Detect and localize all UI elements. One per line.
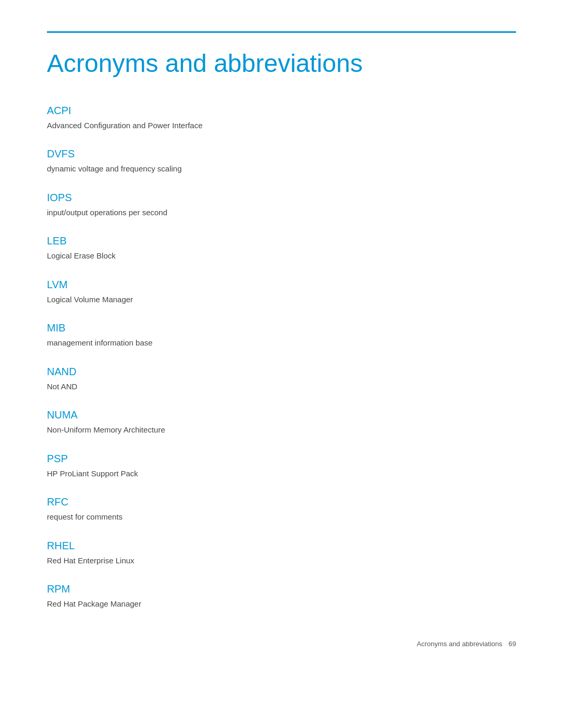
acronym-section: PSPHP ProLiant Support Pack: [47, 453, 516, 480]
acronym-section: MIBmanagement information base: [47, 322, 516, 349]
acronym-section: DVFSdynamic voltage and frequency scalin…: [47, 148, 516, 175]
acronym-definition: management information base: [47, 337, 516, 349]
acronym-section: RHELRed Hat Enterprise Linux: [47, 540, 516, 567]
footer-section-label: Acronyms and abbreviations: [417, 640, 503, 648]
acronym-term: NAND: [47, 366, 516, 378]
acronym-term: LEB: [47, 235, 516, 247]
acronym-definition: Red Hat Package Manager: [47, 598, 516, 610]
acronym-term: RFC: [47, 496, 516, 508]
acronym-term: NUMA: [47, 409, 516, 421]
acronym-section: NUMANon-Uniform Memory Architecture: [47, 409, 516, 436]
acronym-definition: HP ProLiant Support Pack: [47, 468, 516, 480]
top-border-decoration: [47, 31, 516, 33]
acronyms-list: ACPIAdvanced Configuration and Power Int…: [47, 105, 516, 610]
acronym-term: ACPI: [47, 105, 516, 117]
page-container: Acronyms and abbreviations ACPIAdvanced …: [0, 0, 563, 669]
acronym-section: ACPIAdvanced Configuration and Power Int…: [47, 105, 516, 132]
acronym-term: RPM: [47, 583, 516, 595]
acronym-term: IOPS: [47, 192, 516, 204]
acronym-section: NANDNot AND: [47, 366, 516, 393]
acronym-definition: Logical Erase Block: [47, 250, 516, 262]
page-title: Acronyms and abbreviations: [47, 48, 516, 79]
page-footer: Acronyms and abbreviations 69: [417, 640, 517, 648]
acronym-term: LVM: [47, 279, 516, 291]
footer-page-number: 69: [509, 640, 516, 648]
acronym-section: IOPSinput/output operations per second: [47, 192, 516, 219]
acronym-definition: Non-Uniform Memory Architecture: [47, 424, 516, 436]
acronym-definition: Advanced Configuration and Power Interfa…: [47, 120, 516, 132]
acronym-definition: dynamic voltage and frequency scaling: [47, 163, 516, 175]
acronym-term: DVFS: [47, 148, 516, 160]
acronym-term: PSP: [47, 453, 516, 465]
acronym-term: MIB: [47, 322, 516, 334]
acronym-section: LVMLogical Volume Manager: [47, 279, 516, 306]
acronym-section: RPMRed Hat Package Manager: [47, 583, 516, 610]
acronym-definition: Not AND: [47, 381, 516, 393]
acronym-definition: request for comments: [47, 511, 516, 523]
acronym-definition: Red Hat Enterprise Linux: [47, 555, 516, 567]
acronym-section: LEBLogical Erase Block: [47, 235, 516, 262]
acronym-definition: Logical Volume Manager: [47, 294, 516, 306]
acronym-term: RHEL: [47, 540, 516, 552]
acronym-definition: input/output operations per second: [47, 207, 516, 219]
acronym-section: RFCrequest for comments: [47, 496, 516, 523]
